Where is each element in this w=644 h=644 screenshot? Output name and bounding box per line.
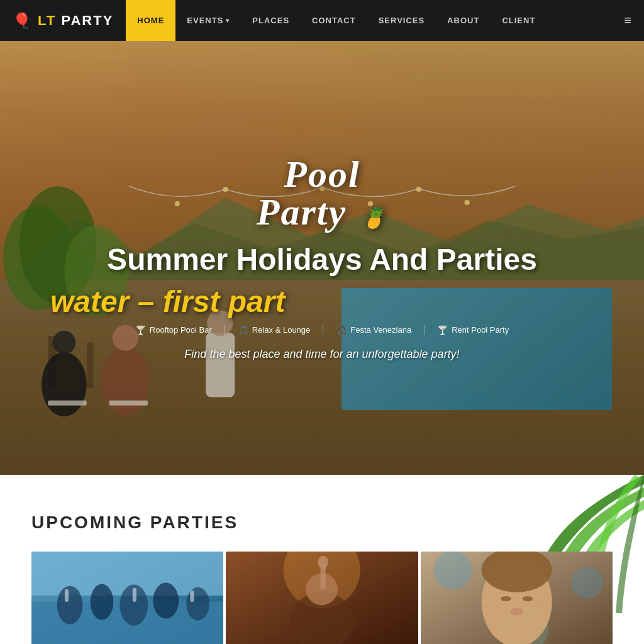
hero-venues-bar: 🍸 Rooftop Pool Bar 🎵 Relax & Lounge 🎧 Fe… (123, 325, 521, 335)
venue-1-label: Rooftop Pool Bar (150, 325, 212, 335)
pool-party-heading: PoolParty 🍍 (257, 155, 387, 231)
nav-link-about[interactable]: ABOUT (436, 0, 491, 41)
svg-point-29 (186, 587, 209, 621)
nav-item-contact[interactable]: CONTACT (301, 0, 367, 41)
venue-3-label: Festa Veneziana (350, 325, 411, 335)
svg-point-40 (433, 552, 472, 589)
svg-point-26 (91, 584, 114, 620)
pineapple-icon: 🍍 (361, 206, 387, 229)
nav-links: HOME EVENTS ▾ PLACES CONTACT SERVICES AB… (126, 0, 611, 41)
logo[interactable]: 🎈 LT PARTY (0, 0, 126, 41)
hero-section: PoolParty 🍍 Summer Holidays And Parties … (0, 41, 644, 475)
events-chevron-icon: ▾ (226, 17, 230, 24)
nav-link-home[interactable]: HOME (126, 0, 175, 41)
nav-item-events[interactable]: EVENTS ▾ (175, 0, 241, 41)
venue-4: 🍸 Rent Pool Party (425, 325, 521, 335)
hero-subtitle: water – first part (31, 285, 285, 318)
nav-link-contact[interactable]: CONTACT (301, 0, 367, 41)
party-card-1[interactable] (31, 552, 223, 644)
card-2-bg (226, 552, 418, 644)
main-nav: 🎈 LT PARTY HOME EVENTS ▾ PLACES CONTACT … (0, 0, 644, 41)
nav-item-about[interactable]: ABOUT (436, 0, 491, 41)
venue-1-icon: 🍸 (135, 325, 146, 335)
svg-point-41 (571, 567, 603, 599)
nav-link-client[interactable]: CLIENT (491, 0, 547, 41)
venue-1: 🍸 Rooftop Pool Bar (123, 325, 225, 335)
nav-item-client[interactable]: CLIENT (491, 0, 547, 41)
venue-4-label: Rent Pool Party (452, 325, 509, 335)
svg-rect-30 (65, 589, 69, 602)
svg-point-25 (57, 586, 83, 625)
nav-item-services[interactable]: SERVICES (367, 0, 436, 41)
hero-tagline: Find the best place and time for an unfo… (184, 348, 459, 361)
nav-link-places[interactable]: PLACES (241, 0, 301, 41)
nav-item-places[interactable]: PLACES (241, 0, 301, 41)
upcoming-section: UPCOMING PARTIES (0, 475, 644, 644)
hero-content: PoolParty 🍍 Summer Holidays And Parties … (0, 41, 644, 475)
party-card-3[interactable] (421, 552, 613, 644)
nav-link-events[interactable]: EVENTS ▾ (175, 0, 241, 41)
svg-point-28 (153, 583, 179, 619)
svg-point-46 (522, 596, 532, 601)
venue-2-label: Relax & Lounge (252, 325, 311, 335)
hamburger-button[interactable]: ≡ (611, 0, 644, 41)
logo-prefix: LT (38, 13, 56, 29)
nav-link-services[interactable]: SERVICES (367, 0, 436, 41)
card-3-bg (421, 552, 613, 644)
venue-4-icon: 🍸 (437, 325, 448, 335)
svg-point-45 (501, 596, 511, 601)
card-1-bg (31, 552, 223, 644)
svg-point-38 (318, 556, 328, 569)
party-cards-grid (31, 552, 613, 644)
logo-name: PARTY (61, 13, 113, 29)
pool-party-text: PoolParty (257, 153, 360, 233)
svg-rect-31 (133, 588, 136, 602)
hero-main-title: Summer Holidays And Parties (107, 242, 537, 277)
venue-2-icon: 🎵 (238, 325, 248, 335)
venue-2: 🎵 Relax & Lounge (225, 325, 324, 335)
nav-item-home[interactable]: HOME (126, 0, 175, 41)
logo-icon: 🎈 (13, 12, 33, 30)
party-card-2[interactable] (226, 552, 418, 644)
svg-point-47 (510, 608, 523, 615)
svg-rect-32 (190, 591, 194, 602)
venue-3: 🎧 Festa Veneziana (323, 325, 425, 335)
venue-3-icon: 🎧 (336, 325, 347, 335)
